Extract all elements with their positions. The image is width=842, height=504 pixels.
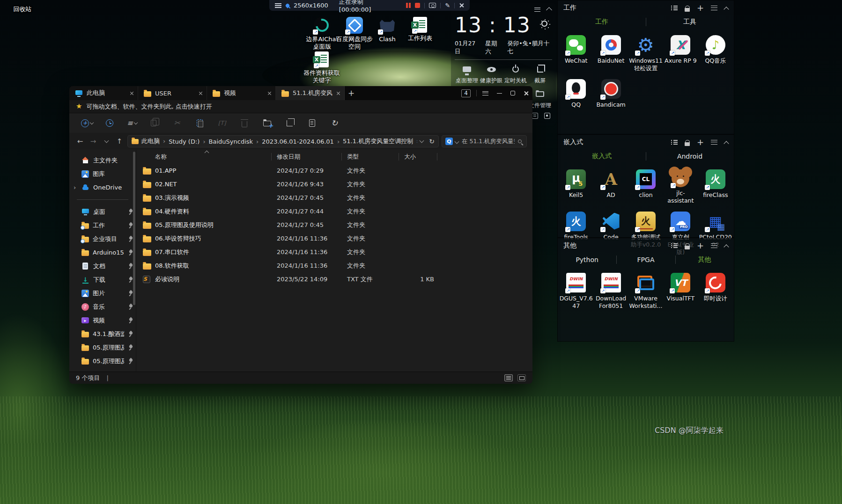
explorer-tab[interactable]: 此电脑 [69,86,138,100]
collapse-icon[interactable] [724,244,729,249]
file-row[interactable]: 08.软件获取 2024/1/16 11:36 文件夹 [136,259,532,272]
pause-button[interactable] [406,3,411,8]
app-shortcut[interactable]: BaiduNet [593,32,628,76]
app-shortcut[interactable]: jlc-assistant [663,167,698,209]
sidebar-item[interactable]: 下载 [69,273,136,286]
explorer-tab[interactable]: 51.1.机房变风量空 [276,86,345,100]
tab-count-badge[interactable]: 4 [461,89,471,97]
app-shortcut[interactable]: Keil5 [559,167,593,209]
sidebar-item[interactable]: 企业项目 [69,232,136,246]
file-row[interactable]: 05.原理图及使用说明 2024/1/27 0:45 文件夹 [136,218,532,232]
recent-dropdown-icon[interactable] [101,136,111,146]
column-header-date[interactable]: 修改日期 [277,153,300,161]
app-shortcut[interactable]: QQ [559,76,593,112]
list-view-icon[interactable] [671,5,678,11]
breadcrumb-item[interactable]: BaiduSyncdisk [209,138,262,145]
app-shortcut[interactable]: fireClass [698,167,733,209]
tab-close-icon[interactable] [267,91,272,95]
file-row[interactable]: 01.APP 2024/1/27 0:29 文件夹 [136,164,532,177]
collapse-icon[interactable] [724,141,729,146]
breadcrumb[interactable]: 此电脑Study (D:)BaiduSyncdisk2023.06.01-202… [127,135,439,147]
sidebar-item[interactable]: 桌面 [69,205,136,219]
sidebar-item[interactable]: 音乐 [69,300,136,314]
lock-icon[interactable] [685,246,690,249]
menu-icon[interactable] [711,6,717,10]
maximize-button[interactable] [510,91,515,95]
list-view-icon[interactable] [671,243,678,248]
add-icon[interactable] [697,139,704,145]
desktop-shortcut[interactable]: 边界AIChat桌面版 [303,17,341,51]
new-button[interactable] [76,116,98,130]
tab-close-icon[interactable] [130,91,134,95]
panel-tab[interactable]: 工具 [646,18,734,26]
address-refresh-icon[interactable] [429,138,435,145]
add-icon[interactable] [697,243,704,248]
widget-action[interactable]: 截屏 [528,64,552,85]
sidebar-item[interactable]: Arduino15 [69,246,136,259]
forward-button[interactable]: → [88,136,98,146]
explorer-tab[interactable]: USER [138,86,207,100]
widget-action[interactable]: 健康护眼 [479,64,503,85]
app-shortcut[interactable]: VMware Workstati... [628,270,663,314]
cut-button[interactable] [166,116,188,130]
panel-tab[interactable]: Python [558,256,616,263]
new-folder-button[interactable] [256,116,278,130]
close-button[interactable] [524,91,529,96]
rename-button[interactable] [211,116,233,130]
breadcrumb-item[interactable]: Study (D:) [169,138,208,145]
column-header-name[interactable]: 名称 [155,153,167,161]
camera-icon[interactable] [429,3,436,8]
properties-button[interactable] [301,116,323,130]
sidebar-item[interactable]: 工作 [69,219,136,232]
panel-tab[interactable]: 工作 [558,18,646,26]
quick-open-bar[interactable]: 可拖动文档、软件、文件夹到此, 点击快速打开 [69,100,532,113]
sidebar-item[interactable]: 图库 [69,167,136,181]
widget-mini-icon[interactable] [544,113,550,119]
delete-button[interactable] [233,116,256,130]
file-row[interactable]: 04.硬件资料 2024/1/27 0:44 文件夹 [136,205,532,218]
sidebar-item[interactable]: 视频 [69,314,136,327]
sort-button[interactable] [121,116,143,130]
sidebar-item[interactable]: 图片 [69,286,136,300]
menu-icon[interactable] [711,140,717,145]
refresh-button[interactable] [323,116,346,130]
recorder-close-icon[interactable] [459,3,464,8]
collapse-icon[interactable] [724,7,729,12]
file-row[interactable]: 02.NET 2024/1/26 9:43 文件夹 [136,177,532,191]
list-view-button[interactable] [504,374,513,381]
back-button[interactable]: ← [75,136,85,146]
file-row[interactable]: 03.演示视频 2024/1/27 0:45 文件夹 [136,191,532,205]
thumbnail-view-button[interactable] [517,374,526,381]
sidebar-scrollbar[interactable] [133,152,135,305]
app-shortcut[interactable]: 即时设计 [698,270,733,314]
recorder-pin-icon[interactable] [285,3,290,8]
search-icon[interactable] [518,139,522,143]
lock-icon[interactable] [685,8,690,12]
breadcrumb-item[interactable]: 2023.06.01-2024.06.01 [262,138,343,145]
panel-tab[interactable]: FPGA [616,256,675,263]
crop-button[interactable] [278,116,301,130]
sidebar-item[interactable]: 主文件夹 [69,153,136,167]
weather-sun-icon[interactable] [541,21,547,27]
file-row[interactable]: 07.串口软件 2024/1/16 11:36 文件夹 [136,245,532,259]
app-shortcut[interactable]: AD [593,167,628,209]
breadcrumb-item[interactable]: 此电脑 [141,137,169,146]
app-shortcut[interactable]: DownLoadFor8051 [593,270,628,314]
history-button[interactable] [98,116,121,130]
widget-action[interactable]: 桌面整理 [455,64,479,85]
sidebar-item[interactable]: 43.1.酿酒监测 [69,327,136,341]
tab-close-icon[interactable] [199,91,203,95]
add-icon[interactable] [697,5,704,11]
search-dropdown-icon[interactable] [455,139,459,144]
column-header-size[interactable]: 大小 [404,153,416,161]
window-menu-icon[interactable] [482,91,488,95]
list-view-icon[interactable] [671,139,678,145]
widget-action[interactable]: 定时关机 [503,64,528,85]
explorer-tab[interactable]: 视频 [207,86,276,100]
app-shortcut[interactable]: WeChat [559,32,593,76]
up-button[interactable]: ↑ [114,136,125,146]
panel-tab[interactable]: 嵌入式 [558,152,646,161]
recorder-menu-icon[interactable] [275,3,281,8]
desktop-shortcut[interactable]: 工作列表 [401,17,439,42]
search-input[interactable] [461,138,516,146]
